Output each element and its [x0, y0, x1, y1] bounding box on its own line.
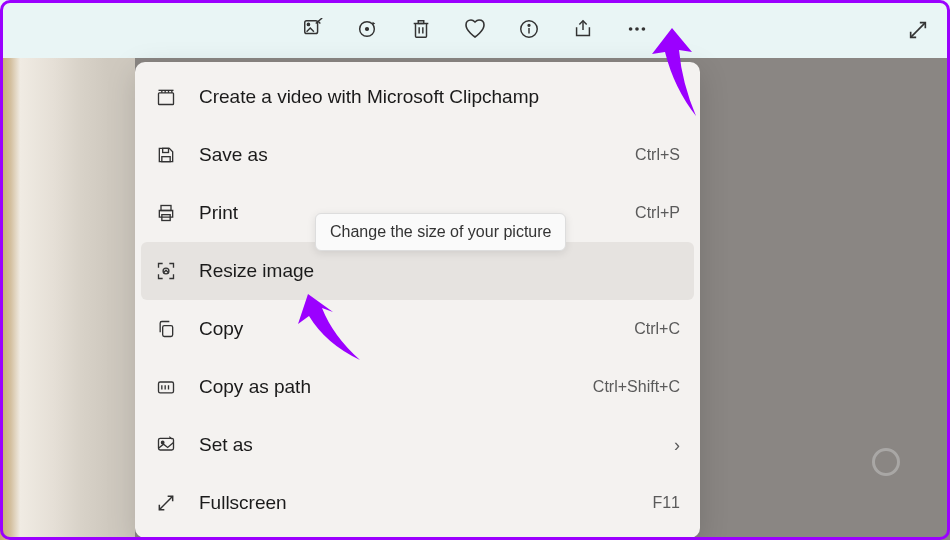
delete-icon[interactable] — [409, 17, 433, 41]
edit-icon[interactable] — [301, 17, 325, 41]
menu-label: Create a video with Microsoft Clipchamp — [199, 86, 680, 108]
menu-shortcut: Ctrl+C — [634, 320, 680, 338]
more-icon[interactable] — [625, 17, 649, 41]
svg-point-7 — [635, 27, 639, 31]
fullscreen-icon — [155, 492, 177, 514]
info-icon[interactable] — [517, 17, 541, 41]
copy-path-icon — [155, 376, 177, 398]
svg-point-5 — [528, 24, 530, 26]
menu-shortcut: F11 — [652, 494, 680, 512]
share-icon[interactable] — [571, 17, 595, 41]
menu-item-save-as[interactable]: Save as Ctrl+S — [141, 126, 694, 184]
menu-item-copy[interactable]: Copy Ctrl+C — [141, 300, 694, 358]
menu-item-fullscreen[interactable]: Fullscreen F11 — [141, 474, 694, 532]
svg-rect-15 — [163, 326, 173, 337]
copy-icon — [155, 318, 177, 340]
svg-point-1 — [307, 23, 309, 25]
menu-label: Save as — [199, 144, 635, 166]
menu-label: Fullscreen — [199, 492, 652, 514]
svg-rect-11 — [163, 148, 169, 152]
menu-label: Copy as path — [199, 376, 593, 398]
clipchamp-icon — [155, 86, 177, 108]
save-icon — [155, 144, 177, 166]
chevron-right-icon: › — [674, 435, 680, 456]
menu-item-copy-path[interactable]: Copy as path Ctrl+Shift+C — [141, 358, 694, 416]
set-as-icon — [155, 434, 177, 456]
svg-point-8 — [642, 27, 646, 31]
svg-rect-12 — [161, 206, 171, 211]
toolbar — [0, 0, 950, 58]
svg-point-3 — [366, 28, 369, 31]
print-icon — [155, 202, 177, 224]
favorite-icon[interactable] — [463, 17, 487, 41]
menu-item-clipchamp[interactable]: Create a video with Microsoft Clipchamp — [141, 68, 694, 126]
menu-label: Copy — [199, 318, 634, 340]
svg-rect-16 — [159, 382, 174, 393]
svg-rect-10 — [162, 157, 170, 162]
menu-shortcut: Ctrl+P — [635, 204, 680, 222]
svg-point-6 — [629, 27, 633, 31]
context-menu: Create a video with Microsoft Clipchamp … — [135, 62, 700, 538]
svg-rect-9 — [159, 93, 174, 105]
rotate-icon[interactable] — [355, 17, 379, 41]
photo-preview — [0, 58, 135, 540]
menu-label: Set as — [199, 434, 666, 456]
menu-shortcut: Ctrl+Shift+C — [593, 378, 680, 396]
loading-indicator — [872, 448, 900, 476]
menu-item-set-as[interactable]: Set as › — [141, 416, 694, 474]
tooltip: Change the size of your picture — [315, 213, 566, 251]
fullscreen-toggle-icon[interactable] — [906, 18, 930, 42]
tooltip-text: Change the size of your picture — [330, 223, 551, 240]
menu-shortcut: Ctrl+S — [635, 146, 680, 164]
resize-icon — [155, 260, 177, 282]
menu-label: Resize image — [199, 260, 680, 282]
